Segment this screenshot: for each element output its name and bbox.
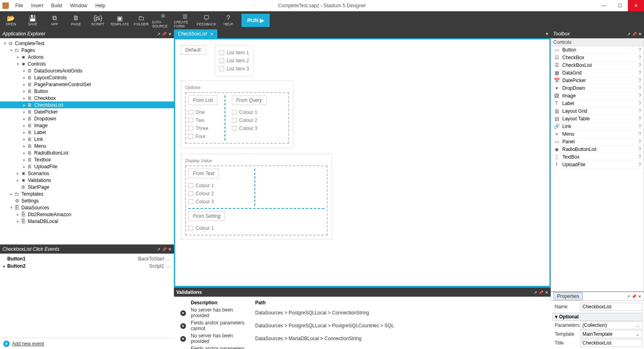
toolbox-help-icon[interactable]: ?: [638, 131, 641, 137]
validations-popout-icon[interactable]: ↗: [534, 290, 537, 295]
checkbox-icon[interactable]: [188, 134, 193, 139]
validations-pin-icon[interactable]: 📌: [539, 290, 543, 295]
add-event-row[interactable]: + Add new event: [0, 338, 174, 349]
toolbox-pin-icon[interactable]: 📌: [632, 32, 637, 36]
toolbox-help-icon[interactable]: ?: [638, 124, 641, 129]
from-text-items[interactable]: Colour 1Colour 2Colour 3: [188, 182, 222, 206]
toolbar-help[interactable]: ?HELP: [217, 11, 239, 29]
tree-item-scenarios[interactable]: ▸■Scenarios: [0, 170, 174, 177]
expander-icon[interactable]: ▸: [15, 219, 20, 223]
toolbar-app[interactable]: ⧉APP: [43, 11, 65, 29]
event-row[interactable]: ▸Button2Script1...: [3, 262, 171, 270]
checkbox-icon[interactable]: [188, 118, 193, 123]
expander-icon[interactable]: ▸: [22, 103, 27, 107]
expander-icon[interactable]: ▸: [22, 144, 27, 148]
minimize-button[interactable]: —: [596, 0, 612, 11]
expander-icon[interactable]: ▸: [22, 83, 27, 87]
validation-row[interactable]: ✕No server has been providedDataSources …: [178, 306, 547, 319]
expander-icon[interactable]: ▾: [9, 206, 14, 210]
toolbox-help-icon[interactable]: ?: [638, 47, 641, 53]
tree-item-dropdown[interactable]: ▸🗎Dropdown: [0, 115, 174, 122]
expander-icon[interactable]: ▸: [22, 76, 27, 80]
design-canvas[interactable]: Default: List Item 1List Item 2List Item…: [174, 38, 551, 287]
tree-item-button[interactable]: ▸🗎Button: [0, 88, 174, 95]
toolbox-item-textbox[interactable]: ⌶TextBox?: [551, 153, 644, 161]
toolbox-item-panel[interactable]: ▭Panel?: [551, 138, 644, 146]
tree-item-image[interactable]: ▸🗎Image: [0, 122, 174, 129]
prop-name-input[interactable]: CheckboxList: [580, 303, 642, 311]
menu-insert[interactable]: Insert: [27, 3, 47, 8]
tree-item-uploadfile[interactable]: ▸🗎UploadFile: [0, 163, 174, 170]
tree-item-mariadblocal[interactable]: ▸🗄MariaDBLocal: [0, 218, 174, 225]
checkbox-icon[interactable]: [219, 50, 224, 55]
explorer-popout-icon[interactable]: ↗: [157, 32, 160, 36]
toolbox-help-icon[interactable]: ?: [638, 162, 641, 167]
from-query-items[interactable]: Colour 1Colour 2Colour 3: [232, 108, 270, 132]
checkbox-icon[interactable]: [188, 199, 193, 204]
expander-icon[interactable]: ▾: [9, 48, 14, 52]
validation-row[interactable]: ✕No server has been providedDataSources …: [178, 332, 547, 345]
tabs-dropdown-icon[interactable]: ▾: [543, 29, 551, 38]
add-event-link[interactable]: Add new event: [12, 341, 44, 347]
run-button[interactable]: RUN ▶: [242, 14, 270, 27]
expander-icon[interactable]: ▸: [22, 117, 27, 121]
toolbox-close-icon[interactable]: ✕: [638, 32, 642, 36]
from-list-items[interactable]: OneTwoThreeFour: [188, 108, 221, 140]
toolbox-item-datepicker[interactable]: 📅DatePicker?: [551, 77, 644, 85]
tree-item-datepicker[interactable]: ▸🗎DatePicker: [0, 108, 174, 115]
events-close-icon[interactable]: ✕: [168, 247, 171, 252]
toolbox-help-icon[interactable]: ?: [638, 154, 641, 160]
expander-icon[interactable]: ▸: [22, 151, 27, 155]
toolbox-item-menu[interactable]: ≡Menu?: [551, 130, 644, 138]
toolbar-datasource[interactable]: ≡DATA SOURCE: [152, 11, 174, 29]
expander-icon[interactable]: ▸: [15, 213, 20, 217]
toolbox-item-button[interactable]: ▭Button?: [551, 46, 644, 54]
toolbox-item-uploadfile[interactable]: ⭱UploadFile?: [551, 161, 644, 169]
tree-item-db2remoteamazon[interactable]: ▸🗄Db2RemoteAmazon: [0, 211, 174, 218]
menu-file[interactable]: File: [11, 3, 27, 8]
expander-icon[interactable]: ▸: [15, 171, 20, 176]
toolbox-item-link[interactable]: 🔗Link?: [551, 123, 644, 130]
prop-optional-category[interactable]: ▾ Optional: [552, 313, 642, 321]
toolbox-help-icon[interactable]: ?: [638, 108, 641, 114]
event-row[interactable]: Button1BackToStart...: [3, 255, 171, 262]
toolbar-save[interactable]: 💾SAVE: [22, 11, 43, 29]
checkbox-item[interactable]: List Item 1: [219, 49, 249, 57]
toolbox-item-radiobuttonlist[interactable]: ◉RadioButtonList?: [551, 146, 644, 153]
expander-icon[interactable]: ▾: [15, 62, 20, 66]
event-dots[interactable]: ...: [167, 256, 171, 262]
expander-icon[interactable]: ▸: [15, 55, 20, 59]
tree-item-checkbox[interactable]: ▸🗎Checkbox: [0, 95, 174, 101]
checkbox-item[interactable]: Colour 2: [188, 190, 222, 198]
checkbox-item[interactable]: One: [188, 108, 221, 116]
toolbox-item-checkboxlist[interactable]: ☰CheckBoxList?: [551, 62, 644, 69]
tree-item-settings[interactable]: ⚙Settings: [0, 197, 174, 204]
menu-window[interactable]: Window: [66, 3, 91, 8]
checkbox-icon[interactable]: [188, 126, 193, 131]
toolbox-help-icon[interactable]: ?: [638, 93, 641, 99]
checkbox-icon[interactable]: [188, 183, 193, 188]
prop-params-dots[interactable]: ...: [635, 322, 640, 328]
tree-item-validations[interactable]: ▸■Validations: [0, 177, 174, 184]
properties-pin-icon[interactable]: 📌: [632, 294, 636, 299]
expander-icon[interactable]: ▸: [22, 96, 27, 100]
menu-help[interactable]: Help: [91, 3, 109, 8]
toolbox-item-layout-table[interactable]: ▤Layout Table?: [551, 115, 644, 123]
toolbox-help-icon[interactable]: ?: [638, 78, 641, 83]
toolbar-page[interactable]: 🗎PAGE: [65, 11, 87, 29]
close-button[interactable]: ✕: [628, 0, 644, 11]
checkbox-item[interactable]: Colour 1: [232, 108, 270, 116]
tree-item-pages[interactable]: ▾🗀Pages: [0, 47, 174, 54]
checkbox-icon[interactable]: [219, 66, 224, 71]
expander-icon[interactable]: ▸: [22, 165, 27, 169]
toolbar-open[interactable]: 📂OPEN: [0, 11, 22, 29]
tree-item-radiobuttonlist[interactable]: ▸🗎RadioButtonList: [0, 149, 174, 156]
checkbox-icon[interactable]: [188, 191, 193, 196]
chevron-down-icon[interactable]: ⌄: [635, 331, 640, 337]
checkbox-icon[interactable]: [219, 58, 224, 63]
toolbox-item-checkbox[interactable]: ☑CheckBox?: [551, 54, 644, 62]
expander-icon[interactable]: ▸: [22, 130, 27, 134]
tree-item-completetest[interactable]: ▾⧉CompleteTest: [0, 40, 174, 47]
explorer-tree[interactable]: ▾⧉CompleteTest▾🗀Pages▸■Actions▾■Controls…: [0, 38, 174, 244]
toolbox-item-layout-grid[interactable]: ▥Layout Grid?: [551, 107, 644, 115]
